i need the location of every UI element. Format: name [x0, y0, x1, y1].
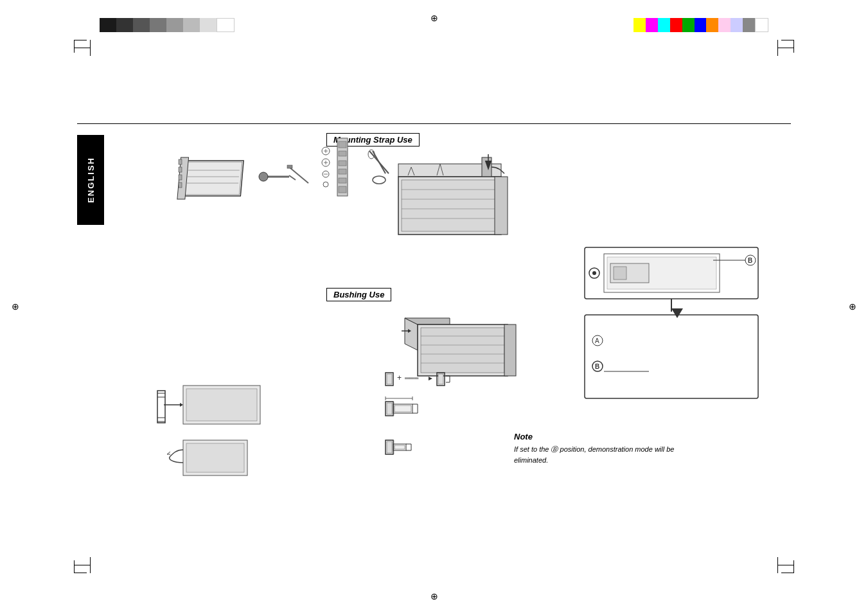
right-crosshair: ⊕: [849, 301, 856, 312]
svg-rect-29: [339, 178, 346, 183]
tick-mark-tl-v: [90, 40, 91, 56]
svg-rect-6: [179, 159, 182, 164]
tick-mark-tl-h: [74, 48, 90, 48]
svg-text:+: +: [397, 373, 402, 382]
svg-rect-71: [438, 374, 443, 384]
tick-mark-tr-v: [777, 40, 778, 56]
tick-mark-br-h: [778, 565, 794, 565]
svg-rect-27: [339, 161, 346, 166]
svg-text:═══: ═══: [404, 375, 419, 382]
svg-rect-64: [186, 443, 244, 472]
bottom-crosshair: ⊕: [430, 591, 438, 601]
svg-rect-7: [179, 167, 182, 172]
corner-mark-bl: [74, 560, 87, 573]
svg-rect-51: [504, 324, 516, 376]
svg-rect-1: [184, 162, 242, 195]
svg-rect-14: [287, 165, 292, 168]
connector-triangle: [671, 308, 683, 318]
svg-rect-26: [339, 151, 346, 156]
corner-mark-tr: [781, 40, 794, 53]
svg-text:►: ►: [427, 375, 434, 382]
top-crosshair: ⊕: [430, 13, 438, 23]
svg-rect-55: [186, 389, 257, 421]
svg-text:B: B: [748, 257, 752, 264]
svg-rect-9: [179, 182, 182, 188]
svg-rect-25: [339, 141, 346, 148]
main-diagram: + ═══ ►: [77, 125, 790, 562]
svg-rect-46: [421, 328, 504, 373]
corner-mark-tl: [74, 40, 87, 53]
note-text: If set to the Ⓑ position, demonstration …: [514, 444, 694, 465]
tick-mark-bl-h: [74, 565, 90, 565]
svg-point-87: [592, 271, 596, 275]
svg-rect-44: [495, 177, 508, 235]
svg-point-33: [373, 176, 385, 184]
corner-mark-br: [781, 560, 794, 573]
main-rule: [77, 123, 791, 124]
svg-rect-91: [614, 267, 626, 280]
tick-mark-tr-h: [778, 48, 794, 48]
svg-rect-73: [387, 403, 392, 414]
color-bar: [633, 18, 768, 32]
note-title: Note: [514, 432, 694, 441]
grayscale-color-bar: [100, 18, 235, 32]
svg-rect-28: [339, 169, 346, 174]
svg-rect-8: [179, 175, 182, 180]
svg-rect-96: [585, 315, 758, 398]
svg-rect-39: [402, 180, 498, 231]
note-section: Note If set to the Ⓑ position, demonstra…: [514, 432, 694, 465]
svg-rect-30: [339, 186, 346, 193]
svg-line-13: [289, 167, 308, 183]
svg-text:A: A: [595, 337, 599, 344]
svg-rect-66: [387, 374, 392, 384]
svg-text:B: B: [595, 363, 599, 370]
svg-rect-75: [394, 405, 411, 412]
left-crosshair: ⊕: [12, 301, 19, 312]
svg-point-23: [323, 182, 328, 187]
svg-line-12: [289, 175, 296, 180]
svg-point-11: [259, 172, 268, 181]
svg-marker-57: [180, 403, 183, 407]
svg-rect-83: [394, 445, 405, 449]
svg-rect-81: [387, 441, 392, 453]
